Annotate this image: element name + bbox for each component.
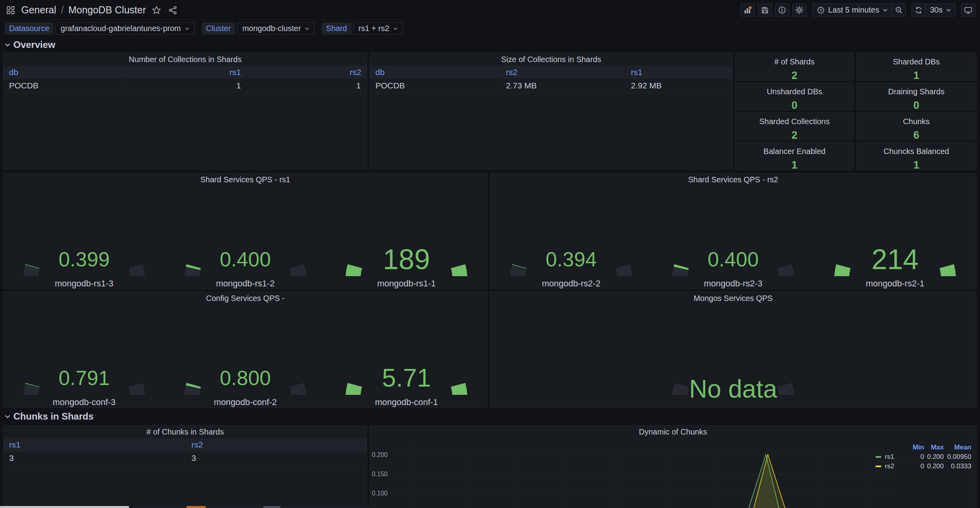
column-header-db[interactable]: db [4,66,125,79]
panel-size-of-collections: Size of Collections in Shards db rs2 rs1… [370,53,733,170]
dashboard-variables: Datasource grafanacloud-gabrielantunes-p… [5,22,403,35]
stat-balancer-enabled: Balancer Enabled 1 [735,142,854,170]
variable-cluster: Cluster mongodb-cluster [202,22,314,35]
panel-title[interactable]: Config Services QPS - [4,292,487,304]
panel-title[interactable]: Shard Services QPS - rs2 [490,173,976,186]
panel-mongos-qps: Mongos Services QPS No data [490,292,976,408]
gauge-label: mongodb-rs2-1 [814,279,976,289]
panel-shard-qps-rs1: Shard Services QPS - rs1 0.399 mongodb-r… [3,173,487,289]
chunks-count-table: rs1 rs2 3 3 [4,438,367,465]
partial-bar-orange [187,506,206,508]
stat-sharded-dbs: Sharded DBs 1 [856,53,976,81]
gauge-value: 0.400 [652,247,814,271]
variable-shard-label: Shard [322,22,351,35]
panel-number-of-collections: Number of Collections in Shards db rs1 r… [3,53,367,170]
legend-col-max[interactable]: Max [924,444,944,451]
apps-grid-icon[interactable] [5,4,17,16]
panel-config-qps: Config Services QPS - 0.791 mongodb-conf… [3,292,487,408]
gauge-mongodb-conf-3: 0.791 mongodb-conf-3 [4,304,165,407]
table-row: 3 3 [4,451,367,465]
panel-title[interactable]: Shard Services QPS - rs1 [4,173,487,186]
collections-size-table: db rs2 rs1 POCDB 2.73 MB 2.92 MB [370,66,732,92]
gauge-mongodb-rs2-1: 214 mongodb-rs2-1 [814,186,976,289]
variable-datasource: Datasource grafanacloud-gabrielantunes-p… [5,22,195,35]
gauge-value: 214 [814,247,976,271]
chevron-down-icon [5,415,10,418]
legend-col-min[interactable]: Min [902,444,924,451]
refresh-button[interactable] [912,4,926,17]
time-range-picker[interactable]: Last 5 minutes [812,4,892,17]
time-picker-group: Last 5 minutes [812,4,906,17]
stat-draining-shards: Draining Shards 0 [856,83,976,110]
no-data-text: No data [490,374,976,403]
variable-cluster-label: Cluster [202,22,235,35]
column-header-rs1[interactable]: rs1 [125,66,247,79]
gauge-no-data: No data [490,304,976,407]
stat-sharded-collections: Sharded Collections 2 [735,112,854,140]
column-header-rs1[interactable]: rs1 [625,66,732,79]
refresh-group: 30s [912,4,956,17]
legend-row-rs1: rs1 0 0.200 0.00950 [875,452,971,462]
collections-count-table: db rs1 rs2 POCDB 1 1 [4,66,367,92]
column-header-rs2[interactable]: rs2 [247,66,367,79]
dashboard-title[interactable]: MongoDB Cluster [68,4,146,16]
chevron-down-icon [5,43,10,47]
partial-bar-light [0,506,129,508]
section-chunks-in-shards[interactable]: Chunks in Shards [5,411,94,422]
partial-bar-slate [263,506,280,508]
breadcrumb-folder[interactable]: General [21,4,56,16]
gauge-label: mongodb-rs1-2 [165,279,326,289]
panel-dynamic-of-chunks: Dynamic of Chunks 0.200 0.150 0.100 Min … [370,425,976,508]
star-icon[interactable] [151,4,162,16]
chart-legend: Min Max Mean rs1 0 0.200 0.00950 rs2 0 [875,443,971,471]
gauge-value: 0.394 [490,247,652,271]
table-header-row: rs1 rs2 [4,438,367,451]
add-panel-button[interactable] [741,4,755,17]
gauge-mongodb-rs2-3: 0.400 mongodb-rs2-3 [652,186,814,289]
variable-shard-select[interactable]: rs1 + rs2 [353,22,403,35]
series-color-swatch [875,456,881,458]
legend-header-row: Min Max Mean [875,443,971,452]
gauge-value: 0.399 [4,247,165,271]
series-color-swatch [875,466,881,467]
gauge-label: mongodb-conf-3 [4,397,165,407]
gauge-mongodb-conf-2: 0.800 mongodb-conf-2 [165,304,326,407]
column-header-rs2[interactable]: rs2 [186,438,367,451]
panel-title[interactable]: # of Chunks in Shards [4,425,367,438]
stat-num-shards: # of Shards 2 [735,53,854,81]
dashboard-settings-button[interactable] [792,4,807,17]
grafana-dashboard: General / MongoDB Cluster [0,0,980,508]
gauge-label: mongodb-conf-1 [326,397,487,407]
breadcrumb-separator: / [61,4,64,16]
column-header-rs1[interactable]: rs1 [4,438,186,451]
gauge-label: mongodb-rs2-3 [652,279,814,289]
variable-datasource-select[interactable]: grafanacloud-gabrielantunes-prom [55,22,195,35]
section-overview[interactable]: Overview [5,39,55,50]
dashboard-insights-button[interactable] [775,4,789,17]
zoom-out-time-button[interactable] [892,4,906,17]
legend-col-mean[interactable]: Mean [944,444,971,451]
gauge-mongodb-rs1-3: 0.399 mongodb-rs1-3 [4,186,165,289]
panel-chunks-count: # of Chunks in Shards rs1 rs2 3 3 [3,425,367,508]
kiosk-mode-button[interactable] [961,4,975,17]
time-range-label: Last 5 minutes [828,6,879,15]
gauge-label: mongodb-rs1-3 [4,279,165,289]
gauge-mongodb-rs1-2: 0.400 mongodb-rs1-2 [165,186,326,289]
gauge-value: 0.791 [4,366,165,390]
share-icon[interactable] [167,4,179,16]
gauge-mongodb-rs1-1: 189 mongodb-rs1-1 [326,186,487,289]
refresh-interval-picker[interactable]: 30s [925,4,956,17]
column-header-db[interactable]: db [370,66,500,79]
panel-title[interactable]: Number of Collections in Shards [4,53,367,66]
save-dashboard-button[interactable] [758,4,772,17]
panel-title[interactable]: Mongos Services QPS [490,292,976,304]
stat-unsharded-dbs: Unsharded DBs 0 [735,83,854,110]
table-row: POCDB 2.73 MB 2.92 MB [370,79,732,92]
variable-cluster-select[interactable]: mongodb-cluster [237,22,314,35]
gauge-value: 0.400 [165,247,326,271]
column-header-rs2[interactable]: rs2 [500,66,625,79]
panel-title[interactable]: Size of Collections in Shards [370,53,732,66]
table-header-row: db rs2 rs1 [370,66,732,79]
breadcrumb: General / MongoDB Cluster [5,4,179,16]
partial-next-row [0,506,370,508]
